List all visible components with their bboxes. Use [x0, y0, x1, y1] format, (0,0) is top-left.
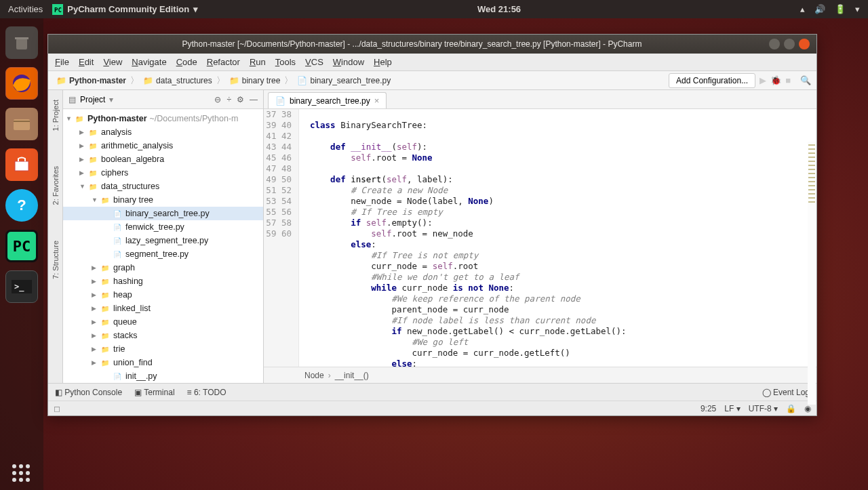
- code-area[interactable]: 37 38 39 40 41 42 43 44 45 46 47 48 49 5…: [264, 109, 816, 367]
- tree-item[interactable]: ▶📁stacks: [63, 329, 263, 342]
- dock-trash[interactable]: [5, 26, 38, 59]
- tree-item[interactable]: ▶📁graph: [63, 261, 263, 274]
- svg-rect-6: [14, 121, 30, 122]
- editor-tab[interactable]: 📄 binary_search_tree.py ×: [268, 92, 387, 108]
- tree-item[interactable]: ▶📁heap: [63, 288, 263, 302]
- debug-icon[interactable]: 🐞: [770, 75, 781, 85]
- add-configuration-button[interactable]: Add Configuration...: [669, 73, 755, 88]
- menu-view[interactable]: View: [103, 57, 122, 67]
- window-title: Python-master [~/Documents/Python-master…: [55, 39, 769, 49]
- dock-software[interactable]: [5, 148, 38, 181]
- run-icon[interactable]: ▶: [760, 75, 766, 85]
- dock-show-apps[interactable]: [12, 464, 30, 482]
- menu-refactor[interactable]: Refactor: [207, 57, 240, 67]
- menu-tools[interactable]: Tools: [275, 57, 296, 67]
- caret-position[interactable]: 9:25: [701, 404, 716, 413]
- maximize-button[interactable]: [784, 39, 795, 49]
- line-ending[interactable]: LF ▾: [724, 404, 740, 413]
- folder-icon: 📁: [56, 76, 66, 85]
- close-button[interactable]: [799, 39, 810, 49]
- tree-label: binary tree: [113, 195, 153, 205]
- menu-run[interactable]: Run: [250, 57, 266, 67]
- project-tree[interactable]: ▼ 📁 Python-master ~/Documents/Python-m ▶…: [63, 109, 263, 383]
- tree-root[interactable]: ▼ 📁 Python-master ~/Documents/Python-m: [63, 112, 263, 125]
- tool-python-console[interactable]: ◧ Python Console: [55, 388, 122, 397]
- menu-file[interactable]: File: [55, 57, 69, 67]
- tree-item[interactable]: 📄lazy_segment_tree.py: [63, 234, 263, 247]
- tree-item[interactable]: 📄segment_tree.py: [63, 247, 263, 261]
- menu-navigate[interactable]: Navigate: [132, 57, 166, 67]
- tree-item[interactable]: 📄init__.py: [63, 369, 263, 383]
- tree-item[interactable]: ▶📁arithmetic_analysis: [63, 139, 263, 152]
- search-icon[interactable]: 🔍: [800, 75, 811, 85]
- menu-vcs[interactable]: VCS: [305, 57, 323, 67]
- encoding[interactable]: UTF-8 ▾: [749, 404, 778, 413]
- lock-icon[interactable]: 🔒: [786, 404, 796, 413]
- menu-window[interactable]: Window: [333, 57, 364, 67]
- folder-icon: 📁: [229, 76, 239, 85]
- sound-icon[interactable]: 🔊: [814, 4, 825, 14]
- app-menu-label: PyCharm Community Edition: [67, 4, 189, 14]
- tree-item[interactable]: ▼📁binary tree: [63, 193, 263, 207]
- battery-icon[interactable]: 🔋: [835, 4, 846, 14]
- collapse-icon[interactable]: ⊖: [214, 95, 221, 104]
- tree-item[interactable]: ▶📁linked_list: [63, 302, 263, 315]
- breadcrumb-0[interactable]: 📁Python-master: [54, 76, 129, 85]
- tree-item[interactable]: ▶📁union_find: [63, 356, 263, 369]
- folder-icon: 📁: [100, 289, 111, 300]
- crumb-init[interactable]: __init__(): [335, 371, 369, 380]
- clock[interactable]: Wed 21:56: [198, 4, 800, 14]
- tree-item[interactable]: ▶📁hashing: [63, 274, 263, 288]
- tree-item[interactable]: ▶📁analysis: [63, 125, 263, 139]
- dock-files[interactable]: [5, 108, 38, 140]
- menu-help[interactable]: Help: [374, 57, 392, 67]
- tree-item[interactable]: ▶📁boolean_algebra: [63, 152, 263, 166]
- folder-icon: 📁: [100, 276, 111, 287]
- tool-favorites[interactable]: 2: Favorites: [50, 162, 61, 209]
- dock-firefox[interactable]: [5, 67, 38, 100]
- tree-item[interactable]: ▶📁queue: [63, 315, 263, 329]
- tool-terminal[interactable]: ▣ Terminal: [134, 388, 174, 397]
- error-stripe[interactable]: [808, 142, 816, 405]
- chevron-down-icon: ▾: [193, 4, 198, 14]
- tool-structure[interactable]: 7: Structure: [50, 237, 61, 283]
- menu-edit[interactable]: Edit: [79, 57, 94, 67]
- tool-todo[interactable]: ≡ 6: TODO: [187, 388, 226, 397]
- minimize-button[interactable]: [769, 39, 780, 49]
- project-header-label[interactable]: Project: [80, 95, 105, 104]
- dock-terminal[interactable]: >_: [5, 270, 38, 303]
- folder-icon: 📁: [87, 154, 98, 165]
- breadcrumb-3[interactable]: 📄binary_search_tree.py: [294, 76, 393, 85]
- tree-item[interactable]: ▶📁trie: [63, 342, 263, 356]
- network-icon[interactable]: ▴: [800, 4, 805, 14]
- event-log-button[interactable]: ◯ Event Log: [762, 388, 810, 397]
- folder-icon: 📁: [100, 303, 111, 314]
- close-tab-icon[interactable]: ×: [374, 96, 380, 106]
- tree-label: hashing: [113, 277, 143, 286]
- app-menu[interactable]: PC PyCharm Community Edition ▾: [52, 4, 198, 15]
- tree-item[interactable]: ▼📁data_structures: [63, 180, 263, 193]
- tree-label: data_structures: [101, 182, 159, 191]
- chevron-down-icon[interactable]: ▾: [109, 95, 113, 104]
- chevron-down-icon[interactable]: ▾: [855, 4, 860, 14]
- dock-pycharm[interactable]: PC: [5, 230, 38, 262]
- menu-code[interactable]: Code: [176, 57, 197, 67]
- titlebar[interactable]: Python-master [~/Documents/Python-master…: [48, 35, 816, 54]
- breadcrumb-2[interactable]: 📁binary tree: [226, 76, 283, 85]
- tree-item[interactable]: 📄fenwick_tree.py: [63, 220, 263, 234]
- code-content[interactable]: class BinarySearchTree: def __init__(sel…: [299, 109, 816, 367]
- tool-project[interactable]: 1: Project: [50, 96, 61, 135]
- tree-item[interactable]: ▶📁ciphers: [63, 166, 263, 180]
- breadcrumb-1[interactable]: 📁data_structures: [140, 76, 215, 85]
- crumb-node[interactable]: Node: [304, 371, 324, 380]
- status-icon[interactable]: ◻: [54, 404, 60, 413]
- hide-icon[interactable]: —: [250, 95, 258, 104]
- tree-item[interactable]: 📄binary_search_tree.py: [63, 207, 263, 220]
- gear-icon[interactable]: ⚙: [237, 95, 244, 104]
- tree-label: graph: [113, 263, 135, 272]
- dock-help[interactable]: ?: [5, 189, 38, 222]
- expand-icon[interactable]: ÷: [226, 95, 231, 104]
- activities-button[interactable]: Activities: [8, 4, 43, 14]
- inspector-icon[interactable]: ◉: [804, 404, 811, 413]
- stop-icon[interactable]: ■: [785, 75, 791, 85]
